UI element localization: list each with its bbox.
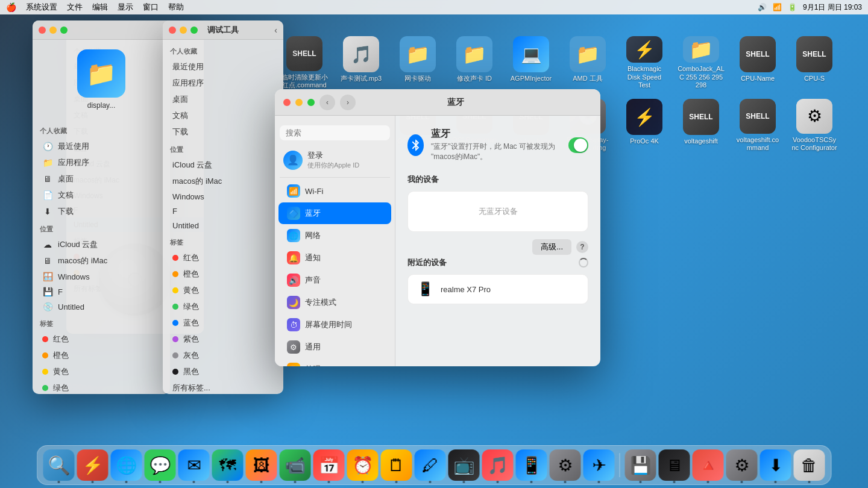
bt-search-input[interactable] [280,125,390,140]
dock-reminders[interactable]: ⏰ [347,449,379,481]
debug-min-btn[interactable] [180,27,187,34]
sidebar-tag-orange[interactable]: 橙色 [35,348,168,363]
menu-help[interactable]: 帮助 [168,2,184,13]
bt-screentime-item[interactable]: ⏱ 屏幕使用时间 [278,314,391,336]
sidebar-recent[interactable]: 🕐 最近使用 [35,139,168,154]
desktop-icon-amd[interactable]: 📁 AMD 工具 [561,33,615,93]
dock-cocoaapp[interactable]: 🔺 [693,449,724,481]
debug-recent[interactable]: 最近使用 [165,59,281,75]
debug-untitled[interactable]: Untitled [165,219,281,233]
debug-f[interactable]: F [165,204,281,218]
bt-min-btn[interactable] [295,99,303,106]
dock-mail[interactable]: ✉ [178,449,210,481]
bt-help-btn[interactable]: ? [576,241,588,253]
dock-appstore[interactable]: 📱 [516,449,547,481]
debug-tag-orange[interactable]: 橙色 [165,266,281,282]
dock-finder[interactable]: 🔍 [43,449,75,481]
dock-sysprefs[interactable]: ⚙ [550,449,581,481]
debug-back-btn[interactable]: ‹ [274,25,277,35]
sidebar-docs[interactable]: 📄 文稿 [35,187,168,203]
sidebar-icloud[interactable]: ☁ iCloud 云盘 [35,237,168,252]
debug-windows[interactable]: Windows [165,190,281,204]
menubar-battery-icon[interactable]: 🔋 [788,3,797,11]
sidebar-tag-green[interactable]: 绿色 [35,380,168,394]
sidebar-f[interactable]: 💾 F [35,284,168,299]
debug-tag-gray[interactable]: 灰色 [165,348,281,363]
desktop-icon-blackmagic[interactable]: ⚡ Blackmagic Disk Speed Test [617,33,671,93]
debug-docs[interactable]: 文稿 [165,108,281,124]
debug-downloads[interactable]: 下载 [165,124,281,140]
desktop-icon-nic[interactable]: 📁 网卡驱动 [391,33,445,93]
debug-desktop[interactable]: 桌面 [165,92,281,107]
bt-network-item[interactable]: 🌐 网络 [278,225,391,246]
desktop-icon-combojack[interactable]: 📁 ComboJack_ALC 255 256 295 298 [674,33,728,93]
finder-max-btn[interactable] [60,27,68,34]
dock-syssettings[interactable]: ⚙ [726,449,758,481]
dock-calendar[interactable]: 📅 [313,449,345,481]
debug-tag-red[interactable]: 红色 [165,250,281,266]
desktop-icon-voodoo[interactable]: ⚙ VoodooTSCSync Configurator [787,95,841,155]
bt-focus-item[interactable]: 🌙 专注模式 [278,292,391,313]
debug-tag-all[interactable]: 所有标签... [165,380,281,394]
dock-safari[interactable]: 🌐 [111,449,142,481]
dock-directmail[interactable]: ✈ [583,449,615,481]
bt-sound-item[interactable]: 🔊 声音 [278,269,391,291]
debug-tag-purple[interactable]: 紫色 [165,331,281,347]
menu-file[interactable]: 文件 [67,2,83,13]
menu-window[interactable]: 窗口 [143,2,159,13]
bt-back-btn[interactable]: ‹ [319,95,335,110]
desktop-icon-voltageshift[interactable]: SHELL voltageshift [674,95,728,155]
bt-forward-btn[interactable]: › [340,95,356,110]
sidebar-desktop[interactable]: 🖥 桌面 [35,171,168,187]
menubar-wifi-icon[interactable]: 📶 [773,3,782,11]
desktop-icon-mp3[interactable]: 🎵 声卡测试.mp3 [334,33,388,93]
finder-min-btn[interactable] [49,27,57,34]
dock-photos[interactable]: 🖼 [246,449,277,481]
debug-imac[interactable]: macos的 iMac [165,174,281,189]
dock-launchpad[interactable]: ⚡ [77,449,108,481]
debug-tag-yellow[interactable]: 黄色 [165,283,281,298]
dock-maps[interactable]: 🗺 [212,449,244,481]
nearby-device-row[interactable]: 📱 realme X7 Pro [407,274,588,304]
dock-downloader[interactable]: ⬇ [760,449,791,481]
sidebar-tag-yellow[interactable]: 黄色 [35,364,168,380]
debug-max-btn[interactable] [190,27,198,34]
desktop-icon-cpuname[interactable]: SHELL CPU-Name [731,33,785,93]
bt-appearance-item[interactable]: 🎨 外观 [278,358,391,366]
sidebar-apps[interactable]: 📁 应用程序 [35,155,168,170]
bt-close-btn[interactable] [283,99,291,106]
desktop-icon-soundcard[interactable]: 📁 修改声卡 ID [447,33,502,93]
sidebar-tag-red[interactable]: 红色 [35,331,168,347]
finder-close-btn[interactable] [39,27,46,34]
sidebar-downloads[interactable]: ⬇ 下载 [35,204,168,219]
apple-menu[interactable]: 🍎 [6,2,16,12]
sidebar-untitled[interactable]: 💿 Untitled [35,299,168,314]
dock-terminal[interactable]: 🖥 [659,449,690,481]
bt-notifications-item[interactable]: 🔔 通知 [278,247,391,269]
dock-freeform[interactable]: 🖊 [415,449,446,481]
dock-facetime[interactable]: 📹 [280,449,311,481]
dock-notes[interactable]: 🗒 [381,449,412,481]
desktop-icon-voltageshift-cmd[interactable]: SHELL voltageshift.command [731,95,785,155]
dock-messages[interactable]: 💬 [145,449,176,481]
debug-close-btn[interactable] [169,27,176,34]
menu-system-prefs[interactable]: 系统设置 [26,2,57,13]
bt-wifi-item[interactable]: 📶 Wi-Fi [278,180,391,202]
bt-advanced-btn[interactable]: 高级... [532,239,571,255]
bt-general-item[interactable]: ⚙ 通用 [278,336,391,358]
desktop-icon-prooc[interactable]: ⚡ ProOc 4K [617,95,671,155]
dock-diskutility[interactable]: 💾 [625,449,656,481]
desktop-icon-agpm[interactable]: 💻 AGPMInjector [504,33,558,93]
sidebar-windows[interactable]: 🪟 Windows [35,269,168,284]
desktop-icon-command[interactable]: SHELL 临时清除更新小红点.command [277,33,332,93]
dock-trash[interactable]: 🗑 [794,449,825,481]
debug-apps[interactable]: 应用程序 [165,75,281,91]
bt-login-item[interactable]: 👤 登录 使用你的Apple ID [275,145,395,175]
menu-edit[interactable]: 编辑 [92,2,108,13]
dock-tv[interactable]: 📺 [448,449,480,481]
dock-music[interactable]: 🎵 [482,449,514,481]
sidebar-imac[interactable]: 🖥 macos的 iMac [35,253,168,269]
menubar-audio-icon[interactable]: 🔊 [758,3,767,11]
bluetooth-toggle[interactable] [568,137,588,153]
debug-tag-blue[interactable]: 蓝色 [165,315,281,331]
